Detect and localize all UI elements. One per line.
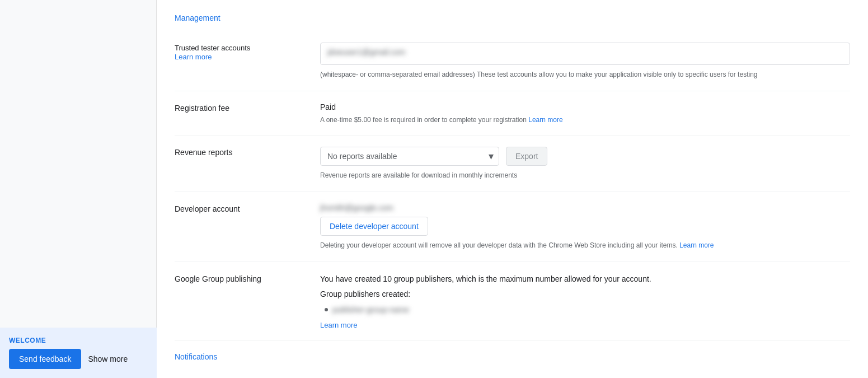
developer-account-label: Developer account: [175, 203, 320, 250]
revenue-reports-value: No reports available ▾ Export Revenue re…: [320, 147, 850, 180]
registration-fee-status: Paid: [320, 102, 850, 111]
page-wrapper: Management Trusted tester accounts Learn…: [0, 0, 868, 378]
registration-fee-label: Registration fee: [175, 102, 320, 124]
delete-developer-account-button[interactable]: Delete developer account: [320, 217, 428, 236]
group-publishing-description: You have created 10 group publishers, wh…: [320, 273, 850, 285]
trusted-tester-heading: Trusted tester accounts: [175, 44, 320, 52]
delete-warning-text: Deleting your developer account will rem…: [320, 241, 678, 249]
trusted-tester-value: jdoeuser1@gmail.com (whitespace- or comm…: [320, 43, 850, 80]
export-button[interactable]: Export: [506, 147, 547, 166]
google-group-publishing-label: Google Group publishing: [175, 273, 320, 329]
revenue-reports-controls: No reports available ▾ Export: [320, 147, 850, 166]
developer-account-email: jhsmith@google.com: [320, 203, 850, 212]
registration-fee-info-text: A one-time $5.00 fee is required in orde…: [320, 116, 527, 124]
send-feedback-button[interactable]: Send feedback: [9, 349, 81, 369]
bottom-bar-inner: WELCOME Send feedback Show more: [9, 337, 148, 369]
group-publishing-learn-more[interactable]: Learn more: [320, 321, 850, 329]
revenue-reports-helper: Revenue reports are available for downlo…: [320, 170, 850, 180]
trusted-tester-email-input[interactable]: jdoeuser1@gmail.com: [320, 43, 850, 65]
publisher-list-item: publisher-group-name: [320, 303, 850, 316]
sidebar: [0, 0, 157, 378]
welcome-label: WELCOME: [9, 337, 148, 344]
delete-account-learn-more[interactable]: Learn more: [679, 241, 714, 249]
registration-fee-value: Paid A one-time $5.00 fee is required in…: [320, 102, 850, 124]
management-section-title[interactable]: Management: [175, 0, 850, 31]
main-content: Management Trusted tester accounts Learn…: [157, 0, 868, 378]
trusted-tester-email-blurred: jdoeuser1@gmail.com: [327, 48, 406, 57]
registration-fee-section: Registration fee Paid A one-time $5.00 f…: [175, 91, 850, 136]
trusted-tester-label-block: Trusted tester accounts Learn more: [175, 43, 320, 80]
registration-fee-info: A one-time $5.00 fee is required in orde…: [320, 116, 850, 124]
revenue-reports-section: Revenue reports No reports available ▾ E…: [175, 136, 850, 192]
registration-fee-learn-more[interactable]: Learn more: [528, 116, 562, 124]
notifications-section-title[interactable]: Notifications: [175, 341, 850, 361]
trusted-tester-section: Trusted tester accounts Learn more jdoeu…: [175, 31, 850, 91]
group-publishers-created-label: Group publishers created:: [320, 290, 850, 298]
publisher-name-blurred: publisher-group-name: [332, 305, 409, 314]
bottom-bar: WELCOME Send feedback Show more: [0, 328, 157, 378]
bullet-icon: [325, 308, 328, 311]
trusted-tester-learn-more[interactable]: Learn more: [175, 53, 212, 61]
revenue-reports-label: Revenue reports: [175, 147, 320, 180]
trusted-tester-helper: (whitespace- or comma-separated email ad…: [320, 69, 850, 80]
developer-email-blurred: jhsmith@google.com: [320, 203, 393, 212]
developer-account-value: jhsmith@google.com Delete developer acco…: [320, 203, 850, 250]
developer-account-section: Developer account jhsmith@google.com Del…: [175, 192, 850, 262]
revenue-reports-dropdown[interactable]: No reports available: [320, 147, 499, 166]
show-more-button[interactable]: Show more: [88, 349, 128, 369]
bottom-bar-buttons: Send feedback Show more: [9, 349, 148, 369]
google-group-publishing-value: You have created 10 group publishers, wh…: [320, 273, 850, 329]
google-group-publishing-section: Google Group publishing You have created…: [175, 262, 850, 341]
delete-account-warning: Deleting your developer account will rem…: [320, 240, 850, 250]
revenue-reports-dropdown-wrapper: No reports available ▾: [320, 147, 499, 166]
